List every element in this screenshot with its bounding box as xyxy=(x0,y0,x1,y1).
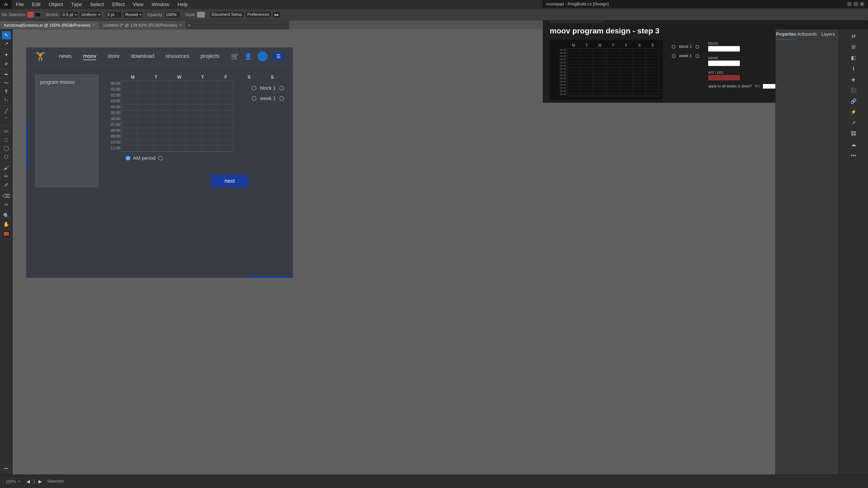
panel-tab-artboards[interactable]: Artboards xyxy=(797,29,817,39)
week-radio-2[interactable] xyxy=(279,96,284,101)
next-artboard-button[interactable]: ▶ xyxy=(37,478,43,485)
zoom-select[interactable]: 100% xyxy=(4,479,21,484)
sidebar-export-icon[interactable]: ↗ xyxy=(848,118,859,128)
menu-window[interactable]: Window xyxy=(148,0,174,9)
rounded-rect-tool[interactable]: ▢ xyxy=(2,135,11,144)
mc xyxy=(646,84,659,87)
fill-color-box[interactable] xyxy=(3,231,9,236)
panel-tab-properties[interactable]: Properties xyxy=(776,29,797,39)
arc-tool[interactable]: ⌒ xyxy=(2,116,11,124)
prev-artboard-button[interactable]: ◀ xyxy=(25,478,32,485)
nav-news[interactable]: news xyxy=(59,53,72,60)
stroke-cap-select[interactable]: Round xyxy=(123,11,143,18)
polygon-tool[interactable]: ⬡ xyxy=(2,153,11,161)
menu-view[interactable]: View xyxy=(129,0,148,9)
tab-close-2[interactable]: ✕ xyxy=(179,23,182,27)
sidebar-image-trace-icon[interactable]: 🖼 xyxy=(848,129,859,139)
sidebar-extra-icon[interactable]: ••• xyxy=(848,151,859,160)
lasso-tool[interactable]: ⌀ xyxy=(2,59,11,68)
preview-block-radio[interactable] xyxy=(672,45,675,48)
sidebar-links-icon[interactable]: 🔗 xyxy=(848,96,859,106)
stroke-type-select[interactable]: Uniform xyxy=(79,11,101,18)
block-radio-2[interactable] xyxy=(279,86,284,90)
nav-download[interactable]: download xyxy=(131,53,154,60)
more-options-button[interactable]: ▸▸ xyxy=(273,11,281,18)
mini-row xyxy=(567,84,659,87)
am-period-radio-2[interactable] xyxy=(158,156,163,160)
cart-icon[interactable]: 🛒 xyxy=(231,53,239,60)
am-period-radio[interactable] xyxy=(126,156,130,160)
nav-store[interactable]: store xyxy=(107,53,120,60)
curvature-tool[interactable]: 〜 xyxy=(2,79,11,87)
rectangle-tool[interactable]: ▭ xyxy=(2,127,11,135)
pencil-tool[interactable]: ✐ xyxy=(2,181,11,189)
style-swatch[interactable] xyxy=(197,12,205,18)
menu-type[interactable]: Type xyxy=(67,0,86,9)
eraser-tool[interactable]: ⌫ xyxy=(2,192,11,200)
menu-select[interactable]: Select xyxy=(86,0,108,9)
stroke-style-select[interactable]: 0.5 pt xyxy=(60,11,78,18)
block-radio[interactable] xyxy=(252,86,256,90)
nav-projects[interactable]: projects xyxy=(200,53,219,60)
panel-tab-layers[interactable]: Layers xyxy=(817,29,839,39)
preview-block-radio-2[interactable] xyxy=(695,45,699,48)
tab-close-1[interactable]: ✕ xyxy=(92,23,95,27)
scissors-tool[interactable]: ✂ xyxy=(2,201,11,209)
paintbrush-tool[interactable]: 🖌 xyxy=(2,164,11,172)
touch-type-tool[interactable]: T↕ xyxy=(2,96,11,104)
tab-functional-screens[interactable]: functionalScreens.ai @ 100% (RGB/Preview… xyxy=(0,21,99,29)
magic-wand-tool[interactable]: ✦ xyxy=(2,51,11,59)
type-tool[interactable]: T xyxy=(2,88,11,96)
direct-selection-tool[interactable]: ↗ xyxy=(2,40,11,48)
sidebar-creative-cloud-icon[interactable]: ☁ xyxy=(848,140,859,150)
notification-button[interactable] xyxy=(258,52,268,61)
fill-color[interactable] xyxy=(28,12,33,18)
next-button[interactable]: next xyxy=(211,175,248,187)
ellipse-tool[interactable]: ◯ xyxy=(2,144,11,152)
menu-effect[interactable]: Effect xyxy=(108,0,129,9)
cell xyxy=(186,81,202,87)
user-icon[interactable]: 👤 xyxy=(244,53,252,60)
pen-tool[interactable]: ✒ xyxy=(2,70,11,78)
document-setup-button[interactable]: Document Setup xyxy=(210,11,244,18)
toolbar-sep-4 xyxy=(183,11,183,18)
hamburger-menu[interactable]: ☰ xyxy=(273,52,284,61)
menu-help[interactable]: Help xyxy=(174,0,192,9)
selection-tool[interactable]: ↖ xyxy=(2,31,11,39)
sidebar-plugins-icon[interactable]: ⚡ xyxy=(848,107,859,117)
mc xyxy=(580,71,593,74)
stroke-color[interactable] xyxy=(35,12,41,17)
sidebar-pathfinder-icon[interactable]: ◧ xyxy=(848,53,859,63)
preview-week-radio[interactable] xyxy=(672,54,675,58)
tab-untitled[interactable]: Untitled-2* @ 128.62% (RGB/Preview) ✕ xyxy=(99,21,186,29)
week-radio[interactable] xyxy=(252,96,256,101)
preview-week-radio-2[interactable] xyxy=(695,54,699,58)
menu-object[interactable]: Object xyxy=(44,0,67,9)
menu-file[interactable]: File xyxy=(12,0,28,9)
stroke-weight-input[interactable] xyxy=(106,11,122,18)
maximize-button[interactable]: □ xyxy=(854,2,858,6)
sidebar-graphic-styles-icon[interactable]: ⬛ xyxy=(848,86,859,95)
am-pm-field-input[interactable] xyxy=(708,75,740,80)
menu-edit[interactable]: Edit xyxy=(28,0,44,9)
nav-resources[interactable]: resources xyxy=(165,53,189,60)
opacity-input[interactable] xyxy=(164,11,180,18)
sidebar-appearance-icon[interactable]: ◈ xyxy=(848,74,859,85)
sched-row-2 xyxy=(121,93,234,98)
block-field-input[interactable] xyxy=(708,46,740,52)
new-tab-button[interactable]: + xyxy=(186,22,193,29)
week-field-input[interactable] xyxy=(708,61,740,66)
mc xyxy=(580,58,593,61)
preferences-button[interactable]: Preferences xyxy=(245,11,271,18)
hand-tool[interactable]: ✋ xyxy=(2,220,11,228)
line-tool[interactable]: ╱ xyxy=(2,107,11,116)
sidebar-transform-icon[interactable]: ⇄ xyxy=(848,31,859,41)
close-button[interactable]: ✕ xyxy=(860,2,864,6)
blob-brush-tool[interactable]: ✏ xyxy=(2,172,11,181)
sidebar-align-icon[interactable]: ⊞ xyxy=(848,42,859,52)
nav-moov[interactable]: moov xyxy=(83,53,96,60)
sidebar-info-icon[interactable]: ℹ xyxy=(848,64,859,74)
more-tools-button[interactable]: ••• xyxy=(2,464,11,473)
zoom-tool[interactable]: 🔍 xyxy=(2,212,11,220)
minimize-button[interactable]: ─ xyxy=(847,2,852,6)
